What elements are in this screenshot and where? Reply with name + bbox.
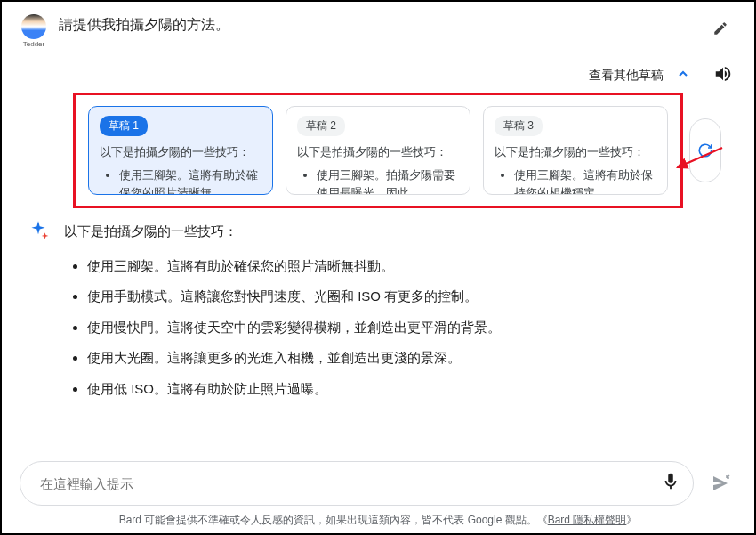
response-row: 以下是拍攝夕陽的一些技巧： 使用三腳架。這將有助於確保您的照片清晰無抖動。 使用…: [20, 219, 736, 407]
pencil-icon: [712, 20, 728, 36]
send-icon: [710, 473, 731, 494]
microphone-icon: [661, 472, 680, 491]
draft-badge: 草稿 3: [495, 116, 543, 136]
prompt-text: 請提供我拍攝夕陽的方法。: [59, 12, 694, 35]
view-other-drafts-button[interactable]: 查看其他草稿: [589, 68, 664, 84]
chevron-up-icon: [676, 67, 690, 81]
list-item: 使用大光圈。這將讓更多的光進入相機，並創造出更淺的景深。: [87, 345, 736, 371]
draft-card-3[interactable]: 草稿 3 以下是拍攝夕陽的一些技巧： 使用三腳架。這將有助於保持您的相機穩定，: [483, 106, 668, 195]
send-button[interactable]: [704, 467, 736, 499]
prompt-row: Tedder 請提供我拍攝夕陽的方法。: [20, 12, 736, 48]
speaker-icon: [713, 64, 733, 84]
draft-badge: 草稿 1: [100, 116, 148, 136]
list-item: 使用慢快門。這將使天空中的雲彩變得模糊，並創造出更平滑的背景。: [87, 315, 736, 341]
input-area: Bard 可能會提供不準確或令人反感的資訊，如果出現這類內容，皆不代表 Goog…: [2, 452, 754, 533]
user-name: Tedder: [23, 40, 44, 48]
refresh-icon: [697, 142, 713, 158]
collapse-drafts-button[interactable]: [676, 67, 690, 85]
draft-preview: 以下是拍攝夕陽的一些技巧： 使用三腳架。這將有助於確保您的照片清晰無: [100, 143, 261, 195]
response-intro: 以下是拍攝夕陽的一些技巧：: [64, 219, 736, 245]
mic-button[interactable]: [661, 472, 680, 495]
draft-preview: 以下是拍攝夕陽的一些技巧： 使用三腳架。這將有助於保持您的相機穩定，: [495, 143, 656, 195]
prompt-input[interactable]: [40, 476, 661, 491]
response-body: 以下是拍攝夕陽的一些技巧： 使用三腳架。這將有助於確保您的照片清晰無抖動。 使用…: [64, 219, 736, 407]
bard-sparkle-icon: [27, 219, 50, 242]
list-item: 使用手動模式。這將讓您對快門速度、光圈和 ISO 有更多的控制。: [87, 284, 736, 310]
response-list: 使用三腳架。這將有助於確保您的照片清晰無抖動。 使用手動模式。這將讓您對快門速度…: [64, 254, 736, 402]
prompt-input-container[interactable]: [20, 461, 694, 506]
speak-aloud-button[interactable]: [713, 64, 733, 87]
drafts-bar: 查看其他草稿: [20, 64, 736, 87]
drafts-highlight-box: 草稿 1 以下是拍攝夕陽的一些技巧： 使用三腳架。這將有助於確保您的照片清晰無 …: [73, 93, 683, 208]
draft-preview: 以下是拍攝夕陽的一些技巧： 使用三腳架。拍攝夕陽需要使用長曝光，因此: [297, 143, 459, 195]
disclaimer: Bard 可能會提供不準確或令人反感的資訊，如果出現這類內容，皆不代表 Goog…: [20, 513, 736, 528]
user-avatar-wrap: Tedder: [20, 12, 48, 48]
regenerate-drafts-button[interactable]: [689, 118, 721, 182]
list-item: 使用三腳架。這將有助於確保您的照片清晰無抖動。: [87, 254, 736, 280]
draft-card-2[interactable]: 草稿 2 以下是拍攝夕陽的一些技巧： 使用三腳架。拍攝夕陽需要使用長曝光，因此: [286, 106, 470, 195]
drafts-row: 草稿 1 以下是拍攝夕陽的一些技巧： 使用三腳架。這將有助於確保您的照片清晰無 …: [88, 106, 668, 195]
edit-prompt-button[interactable]: [704, 12, 736, 45]
draft-card-1[interactable]: 草稿 1 以下是拍攝夕陽的一些技巧： 使用三腳架。這將有助於確保您的照片清晰無: [88, 106, 273, 195]
list-item: 使用低 ISO。這將有助於防止照片過曝。: [87, 377, 736, 402]
user-avatar: [21, 14, 46, 39]
draft-badge: 草稿 2: [297, 116, 345, 136]
privacy-link[interactable]: Bard 隱私權聲明: [548, 514, 627, 526]
